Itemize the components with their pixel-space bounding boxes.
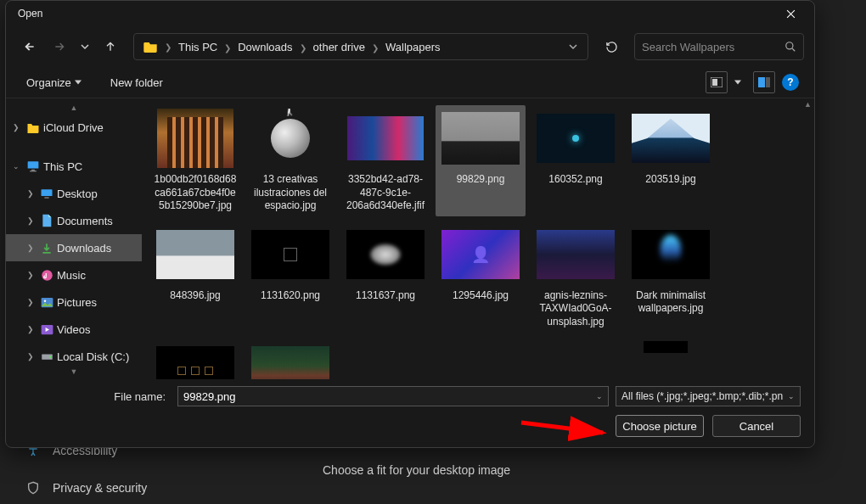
file-thumbnail <box>627 341 705 353</box>
open-dialog: Open ❯ This PC❯Downloads❯other drive❯Wal… <box>5 0 815 448</box>
sidebar-scroll-down[interactable]: ▼ <box>6 366 142 378</box>
chevron-right-icon[interactable]: ❯ <box>25 352 37 361</box>
chevron-right-icon[interactable]: ❯ <box>25 216 37 225</box>
file-thumbnail <box>441 109 520 168</box>
music-icon <box>38 269 55 282</box>
recent-dropdown[interactable] <box>77 34 93 59</box>
filter-dropdown[interactable]: ⌄ <box>783 392 800 400</box>
desktop-icon <box>38 188 55 199</box>
chevron-right-icon: ❯ <box>222 43 233 53</box>
file-name-dropdown[interactable]: ⌄ <box>591 392 608 400</box>
search-box[interactable] <box>634 33 804 60</box>
file-item[interactable]: 1295446.jpg <box>436 221 526 333</box>
file-thumbnail <box>632 109 710 168</box>
svg-point-11 <box>42 270 53 281</box>
file-type-filter[interactable]: All files (*.jpg;*.jpeg;*.bmp;*.dib;*.pn… <box>616 386 801 406</box>
sidebar-label: Downloads <box>57 242 111 255</box>
sidebar-label: Documents <box>57 215 113 227</box>
content-scroll-up[interactable]: ▲ <box>804 100 812 109</box>
file-pane[interactable]: ▲ 1b00db2f0168d68ca661a67cbe4f0e5b15290b… <box>142 98 814 379</box>
file-item[interactable]: Dark minimalist wallpapers.jpg <box>626 221 716 333</box>
chevron-down-icon[interactable]: ⌄ <box>9 162 23 171</box>
file-item[interactable]: 203519.jpg <box>626 105 716 216</box>
svg-rect-3 <box>712 79 717 86</box>
close-button[interactable] <box>773 2 807 25</box>
help-button[interactable]: ? <box>782 74 799 91</box>
file-item[interactable]: 3352bd42-ad78-487c-9c1e-206a6d340efe.jfi… <box>340 105 430 216</box>
view-mode-button[interactable] <box>706 71 728 93</box>
file-item[interactable]: dmitry-zaviyalov-japanese-village-12.jpg <box>245 338 335 379</box>
file-item[interactable]: 1131620.png <box>245 221 335 333</box>
chevron-right-icon[interactable]: ❯ <box>25 271 37 279</box>
sidebar-label: Videos <box>57 323 91 336</box>
new-folder-label: New folder <box>110 76 163 89</box>
cancel-button[interactable]: Cancel <box>712 415 801 437</box>
sidebar-item-this-pc[interactable]: ⌄ This PC <box>6 153 142 180</box>
sidebar-label: Local Disk (C:) <box>57 350 129 363</box>
settings-privacy-row[interactable]: Privacy & security <box>25 473 866 502</box>
sidebar-label: Pictures <box>57 296 97 309</box>
chevron-right-icon[interactable]: ❯ <box>9 123 23 132</box>
file-thumbnail <box>251 341 329 379</box>
choose-picture-button[interactable]: Choose picture <box>616 415 704 437</box>
forward-button[interactable] <box>47 34 72 59</box>
chevron-right-icon[interactable]: ❯ <box>25 189 37 198</box>
file-item[interactable]: agnis-leznins-TAXWIad0GoA-unsplash.jpg <box>531 221 621 333</box>
chevron-right-icon[interactable]: ❯ <box>25 298 37 306</box>
sidebar-label: Desktop <box>57 188 98 200</box>
sidebar-item-downloads[interactable]: ❯Downloads <box>6 234 142 261</box>
file-item[interactable] <box>621 338 711 361</box>
folder-icon <box>25 122 42 133</box>
sidebar-scroll-up[interactable]: ▲ <box>6 102 142 114</box>
file-thumbnail <box>346 109 425 168</box>
file-name-label: 1131620.png <box>261 289 320 303</box>
dialog-title: Open <box>13 8 773 20</box>
sidebar-item-icloud[interactable]: ❯ iCloud Drive <box>6 114 142 141</box>
breadcrumb-segment[interactable]: This PC <box>173 41 222 53</box>
file-thumbnail <box>537 225 615 284</box>
file-item[interactable]: 1b00db2f0168d68ca661a67cbe4f0e5b15290be7… <box>150 105 240 216</box>
sidebar-item-desktop[interactable]: ❯Desktop <box>6 180 142 207</box>
chevron-right-icon[interactable]: ❯ <box>25 325 37 333</box>
downloads-icon <box>38 242 55 255</box>
file-name-label: Dark minimalist wallpapers.jpg <box>627 289 714 316</box>
organize-menu[interactable]: Organize <box>21 73 87 92</box>
file-item[interactable]: 160352.png <box>531 105 621 216</box>
sidebar-item-pictures[interactable]: ❯Pictures <box>6 288 142 316</box>
svg-point-1 <box>786 42 793 49</box>
file-item[interactable]: 13 creativas ilustraciones del espacio.j… <box>245 105 335 216</box>
svg-rect-9 <box>42 189 53 196</box>
file-item[interactable]: 848396.jpg <box>150 221 240 333</box>
search-input[interactable] <box>642 41 784 53</box>
sidebar-label: Music <box>57 269 86 282</box>
sidebar-item-videos[interactable]: ❯Videos <box>6 316 142 343</box>
breadcrumb-dropdown[interactable] <box>562 42 584 51</box>
file-item[interactable]: dark-minimal-scenery-4k-xj.jpg <box>150 338 240 379</box>
new-folder-button[interactable]: New folder <box>105 73 168 92</box>
toolbar: Organize New folder ? <box>6 67 814 98</box>
breadcrumb-bar[interactable]: ❯ This PC❯Downloads❯other drive❯Wallpape… <box>133 33 588 60</box>
sidebar-item-music[interactable]: ❯Music <box>6 261 142 288</box>
svg-rect-4 <box>758 77 765 87</box>
svg-rect-7 <box>31 170 35 171</box>
chevron-right-icon[interactable]: ❯ <box>25 244 37 252</box>
file-name-field[interactable]: ⌄ <box>177 386 609 406</box>
svg-point-16 <box>49 356 51 358</box>
file-item[interactable]: 1131637.png <box>340 221 430 333</box>
filter-text: All files (*.jpg;*.jpeg;*.bmp;*.dib;*.pn… <box>621 390 783 402</box>
up-button[interactable] <box>98 34 123 59</box>
file-name-label: 13 creativas ilustraciones del espacio.j… <box>247 173 334 213</box>
sidebar-item-documents[interactable]: ❯Documents <box>6 207 142 234</box>
preview-pane-button[interactable] <box>753 71 775 93</box>
file-item[interactable]: 99829.png <box>436 105 526 216</box>
file-name-input[interactable] <box>178 390 591 403</box>
svg-rect-6 <box>28 161 39 168</box>
view-dropdown-icon[interactable] <box>734 79 741 86</box>
breadcrumb-segment[interactable]: other drive <box>308 41 370 53</box>
breadcrumb-segment[interactable]: Wallpapers <box>380 41 446 53</box>
breadcrumb-segment[interactable]: Downloads <box>233 41 297 53</box>
chevron-right-icon: ❯ <box>370 43 380 53</box>
chevron-right-icon[interactable]: ❯ <box>163 42 173 52</box>
refresh-button[interactable] <box>599 34 624 59</box>
back-button[interactable] <box>16 34 42 59</box>
